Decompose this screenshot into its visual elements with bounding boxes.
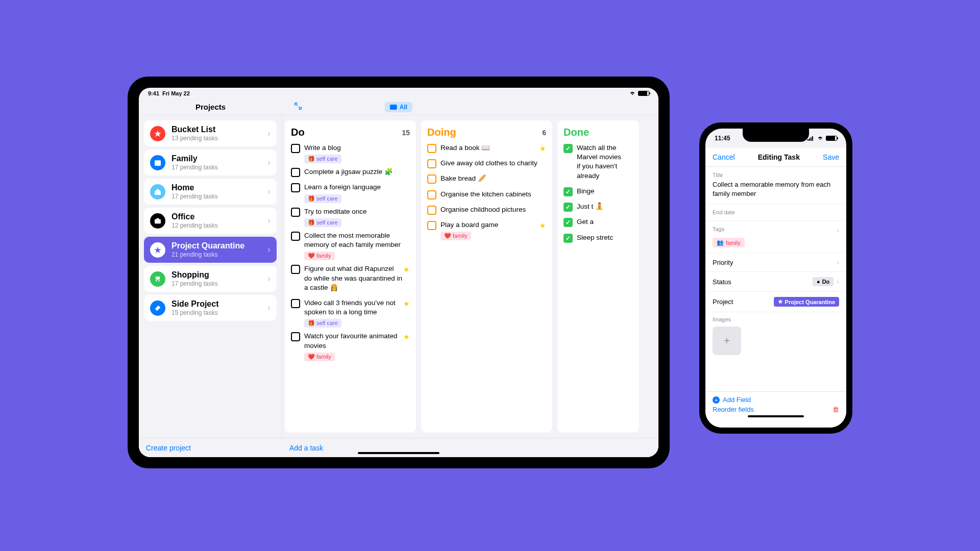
task-item[interactable]: Try to meditate once 🎁 self care — [291, 207, 410, 227]
project-subtitle: 21 pending tasks — [172, 251, 261, 258]
checkbox[interactable] — [291, 168, 300, 177]
project-value: ★ Project Quarantine — [774, 297, 839, 307]
checkbox[interactable] — [427, 206, 436, 215]
project-name: Bucket List — [172, 125, 261, 134]
task-item[interactable]: ✓ Get a — [564, 217, 633, 229]
task-item[interactable]: Read a book 📖 ★ — [427, 143, 546, 155]
checkbox[interactable] — [291, 332, 300, 341]
cancel-button[interactable]: Cancel — [713, 153, 735, 161]
sidebar-project-shopping[interactable]: Shopping 17 pending tasks › — [144, 266, 277, 292]
home-indicator — [358, 452, 439, 454]
checkbox[interactable]: ✓ — [564, 234, 573, 243]
app-composite: 9:41 Fri May 22 Projects All — [128, 77, 852, 474]
task-item[interactable]: ✓ Watch all the Marvel movies if you hav… — [564, 143, 633, 183]
save-button[interactable]: Save — [823, 153, 839, 161]
col-do-title: Do — [291, 127, 305, 138]
task-item[interactable]: ✓ Just t 🧘 — [564, 202, 633, 213]
task-item[interactable]: Give away old clothes to charity — [427, 159, 546, 170]
task-item[interactable]: Complete a jigsaw puzzle 🧩 — [291, 167, 410, 179]
tag-family: ❤️ family — [440, 232, 471, 240]
task-item[interactable]: ✓ Binge — [564, 187, 633, 198]
home-indicator — [748, 415, 804, 417]
col-doing-title: Doing — [427, 127, 456, 138]
task-item[interactable]: ✓ Sleep stretc — [564, 233, 633, 244]
checkbox[interactable] — [427, 159, 436, 168]
field-project[interactable]: Project ★ Project Quarantine — [705, 292, 846, 312]
star-icon: ★ — [540, 144, 546, 153]
task-item[interactable]: Organise the kitchen cabinets — [427, 190, 546, 201]
task-item[interactable]: Organise childhood pictures — [427, 205, 546, 216]
checkbox[interactable] — [291, 232, 300, 241]
checkbox[interactable]: ✓ — [564, 218, 573, 227]
field-title[interactable]: Title Collect a memorable memory from ea… — [705, 167, 846, 204]
task-item[interactable]: Learn a foreign language 🎁 self care — [291, 183, 410, 203]
checkbox[interactable] — [427, 144, 436, 153]
images-label: Images — [713, 316, 839, 322]
ipad-header: Projects All — [139, 99, 658, 115]
header-title: Projects — [139, 103, 282, 111]
checkbox[interactable] — [291, 144, 300, 153]
status-time: 11:45 — [715, 135, 730, 142]
checkbox[interactable] — [291, 265, 300, 274]
calendar-icon — [150, 155, 165, 170]
col-done-title: Done — [564, 127, 589, 138]
sidebar-project-side-project[interactable]: Side Project 15 pending tasks › — [144, 295, 277, 321]
field-tags[interactable]: Tags › 👥 family — [705, 221, 846, 253]
task-item[interactable]: Watch your favourite animated movies ❤️ … — [291, 332, 410, 361]
project-subtitle: 17 pending tasks — [172, 193, 261, 200]
svg-rect-2 — [155, 219, 161, 223]
task-item[interactable]: Bake bread 🥖 — [427, 174, 546, 185]
field-status[interactable]: Status ● Do › — [705, 272, 846, 292]
column-doing: Doing 6 Read a book 📖 ★ Give away old cl… — [421, 120, 552, 433]
col-do-count: 15 — [402, 129, 410, 137]
checkbox[interactable] — [427, 190, 436, 199]
task-item[interactable]: Collect the most memorable memory of eac… — [291, 231, 410, 260]
sidebar-project-home[interactable]: Home 17 pending tasks › — [144, 179, 277, 205]
task-item[interactable]: Video call 3 friends you've not spoken t… — [291, 298, 410, 328]
field-end-date[interactable]: End date — [705, 204, 846, 221]
filter-pill-all[interactable]: All — [385, 102, 412, 112]
svg-rect-7 — [812, 136, 813, 141]
create-project-link[interactable]: Create project — [146, 444, 191, 452]
iphone-footer: +Add Field Reorder fields 🗑 — [705, 391, 846, 428]
home-icon — [150, 184, 165, 199]
sidebar-project-bucket-list[interactable]: Bucket List 13 pending tasks › — [144, 120, 277, 146]
header-title: Editing Task — [758, 153, 800, 161]
task-title: Organise childhood pictures — [440, 205, 539, 214]
checkbox[interactable] — [427, 221, 436, 230]
reorder-fields-link[interactable]: Reorder fields 🗑 — [713, 406, 839, 413]
tag-selfcare: 🎁 self care — [304, 194, 341, 203]
task-item[interactable]: Figure out what did Rapunzel do while sh… — [291, 264, 410, 294]
star-icon: ★ — [403, 299, 410, 308]
task-title: Learn a foreign language — [304, 183, 403, 192]
star-icon — [150, 126, 165, 141]
add-field-link[interactable]: +Add Field — [713, 396, 839, 404]
add-task-link[interactable]: Add a task — [289, 444, 323, 452]
checkbox[interactable] — [291, 208, 300, 217]
checkbox[interactable] — [291, 299, 300, 308]
add-image-button[interactable]: + — [713, 327, 741, 355]
checkbox[interactable]: ✓ — [564, 203, 573, 212]
task-item[interactable]: Play a board game ❤️ family ★ — [427, 220, 546, 240]
checkbox[interactable] — [291, 183, 300, 192]
task-title: Get a — [577, 217, 626, 227]
sidebar-project-office[interactable]: Office 12 pending tasks › — [144, 208, 277, 234]
task-item[interactable]: Write a blog 🎁 self care — [291, 143, 410, 163]
field-priority[interactable]: Priority › — [705, 253, 846, 272]
ipad-frame: 9:41 Fri May 22 Projects All — [128, 77, 670, 468]
iphone-frame: 11:45 Cancel Editing Task Save Title Col… — [699, 122, 852, 434]
task-title: Collect the most memorable memory of eac… — [304, 231, 403, 249]
checkbox[interactable] — [427, 174, 436, 184]
ipad-status-bar: 9:41 Fri May 22 — [139, 88, 658, 99]
plus-icon: + — [713, 396, 720, 404]
trash-icon[interactable]: 🗑 — [832, 406, 839, 413]
ipad-body: Bucket List 13 pending tasks › Family 17… — [139, 115, 658, 438]
chevron-right-icon: › — [267, 303, 271, 313]
column-do: Do 15 Write a blog 🎁 self care Complete … — [285, 120, 416, 433]
sidebar-project-family[interactable]: Family 17 pending tasks › — [144, 149, 277, 176]
checkbox[interactable]: ✓ — [564, 144, 573, 153]
task-title: Write a blog — [304, 143, 403, 153]
expand-icon[interactable] — [294, 102, 302, 112]
sidebar-project-project-quarantine[interactable]: Project Quarantine 21 pending tasks › — [144, 237, 277, 263]
checkbox[interactable]: ✓ — [564, 187, 573, 196]
